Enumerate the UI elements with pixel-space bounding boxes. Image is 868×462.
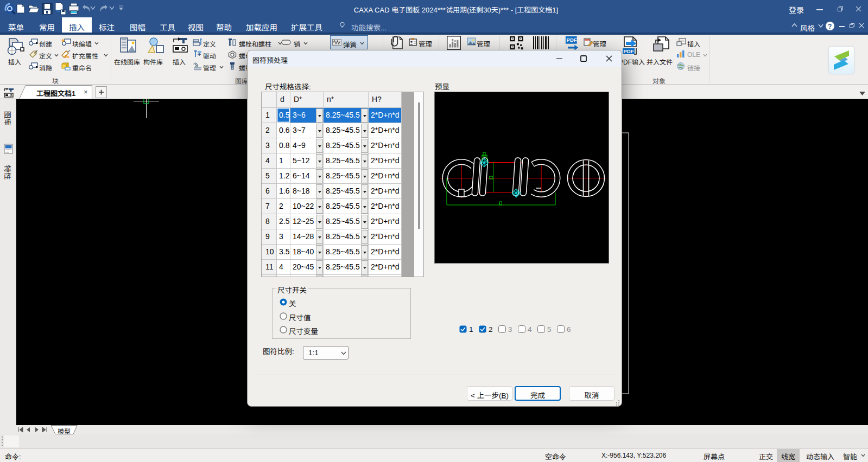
svg-text:PDF: PDF: [624, 48, 634, 54]
svg-text:PDF: PDF: [567, 37, 577, 43]
svg-text:PDF: PDF: [585, 39, 590, 42]
svg-text:Ex: Ex: [65, 55, 69, 59]
